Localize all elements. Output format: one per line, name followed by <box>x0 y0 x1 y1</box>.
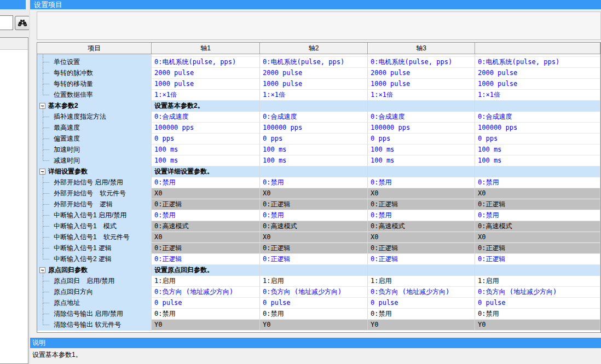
value-cell: 0:高速模式 <box>475 221 600 232</box>
section-description-cell: 设置原点回归参数。 <box>152 265 260 276</box>
value-cell: X0 <box>260 232 368 243</box>
value-cell[interactable]: 0:负方向 (地址减少方向) <box>475 287 600 298</box>
value-cell[interactable]: 0 pps <box>368 134 475 145</box>
table-row: 外部开始信号 软元件号X0X0X0X0 <box>37 188 600 199</box>
value-cell[interactable]: 1:×1倍 <box>152 90 260 101</box>
value-cell[interactable]: 0:负方向 (地址减少方向) <box>152 287 260 298</box>
value-cell[interactable]: 0:电机系统(pulse, pps) <box>368 57 475 68</box>
description-title: 说明 <box>32 339 45 346</box>
value-cell[interactable]: 0 pps <box>475 134 600 145</box>
value-cell[interactable]: 1:×1倍 <box>260 90 368 101</box>
find-button[interactable] <box>15 16 30 30</box>
value-cell[interactable]: 1:×1倍 <box>475 90 600 101</box>
value-cell[interactable]: 100 ms <box>475 145 600 155</box>
value-cell[interactable]: 1:启用 <box>260 276 368 287</box>
value-cell[interactable]: 1:启用 <box>152 276 260 287</box>
description-titlebar[interactable]: 说明 <box>30 338 601 348</box>
value-cell[interactable]: 100 ms <box>368 145 475 155</box>
value-cell[interactable]: 0 pulse <box>475 298 600 309</box>
value-cell[interactable]: 0:禁用 <box>260 210 368 221</box>
value-cell[interactable]: 100 ms <box>152 145 260 155</box>
value-cell[interactable]: 100 ms <box>368 155 475 166</box>
value-cell[interactable]: 100 ms <box>260 145 368 155</box>
value-cell[interactable]: 0:禁用 <box>368 177 475 188</box>
value-cell[interactable]: 0:禁用 <box>475 177 600 188</box>
value-cell[interactable]: 2000 pulse <box>152 68 260 79</box>
value-cell[interactable]: 1:启用 <box>475 276 600 287</box>
value-cell: 0:高速模式 <box>368 221 475 232</box>
value-cell[interactable]: 0:合成速度 <box>368 112 475 123</box>
value-cell[interactable]: 2000 pulse <box>260 68 368 79</box>
value-cell[interactable]: 100000 pps <box>260 123 368 134</box>
value-cell[interactable]: 0:电机系统(pulse, pps) <box>152 57 260 68</box>
value-cell[interactable]: 1000 pulse <box>260 79 368 90</box>
panel-titlebar[interactable]: 设置项目 <box>30 0 601 9</box>
value-cell[interactable]: 0:禁用 <box>260 177 368 188</box>
blank-cell <box>368 101 475 112</box>
value-cell[interactable]: 0:禁用 <box>368 210 475 221</box>
tree-line <box>43 194 43 199</box>
value-cell[interactable]: 0:禁用 <box>152 210 260 221</box>
value-cell[interactable]: 0:正逻辑 <box>368 254 475 265</box>
value-cell[interactable]: 0:禁用 <box>475 210 600 221</box>
value-cell[interactable]: 100 ms <box>475 155 600 166</box>
value-cell[interactable]: 1:×1倍 <box>368 90 475 101</box>
table-row: 原点回归方向0:负方向 (地址减少方向)0:负方向 (地址减少方向)0:负方向 … <box>37 287 600 298</box>
value-cell[interactable]: 0:禁用 <box>368 309 475 320</box>
value-cell: X0 <box>368 188 475 199</box>
value-cell[interactable]: 0:禁用 <box>260 309 368 320</box>
value-cell[interactable]: 100 ms <box>152 155 260 166</box>
blank-cell <box>475 166 600 177</box>
item-label: 每转的脉冲数 <box>54 68 93 78</box>
value-cell[interactable]: 0:正逻辑 <box>475 254 600 265</box>
blank-cell <box>368 166 475 177</box>
value-cell[interactable]: 0:正逻辑 <box>260 254 368 265</box>
value-cell[interactable]: 0 pulse <box>260 298 368 309</box>
value-cell[interactable]: 1000 pulse <box>152 79 260 90</box>
tree-branch-icon <box>43 123 49 128</box>
item-label: 偏置速度 <box>54 134 80 144</box>
item-cell: 最高速度 <box>37 123 152 134</box>
item-label: 中断输入信号1 软元件号 <box>54 232 130 242</box>
search-input[interactable] <box>0 15 13 30</box>
value-cell[interactable]: 1:启用 <box>368 276 475 287</box>
value-cell: 0:正逻辑 <box>475 243 600 254</box>
value-cell[interactable]: 0:负方向 (地址减少方向) <box>368 287 475 298</box>
table-row: 原点回归 启用/禁用1:启用1:启用1:启用1:启用 <box>37 276 600 287</box>
value-cell: 0:正逻辑 <box>368 243 475 254</box>
item-label: 中断输入信号1 模式 <box>54 221 117 232</box>
table-row: 清除信号输出 软元件号Y0Y0Y0Y0 <box>37 320 600 331</box>
item-cell: 外部开始信号 启用/禁用 <box>37 177 152 188</box>
blank-cell <box>475 101 600 112</box>
value-cell[interactable]: 0:合成速度 <box>152 112 260 123</box>
value-cell[interactable]: 0:合成速度 <box>475 112 600 123</box>
value-cell[interactable]: 0 pulse <box>152 298 260 309</box>
value-cell[interactable]: 0:禁用 <box>475 309 600 320</box>
value-cell[interactable]: 2000 pulse <box>475 68 600 79</box>
tree-line <box>43 73 43 79</box>
value-cell[interactable]: 100000 pps <box>152 123 260 134</box>
value-cell[interactable]: 1000 pulse <box>475 79 600 90</box>
value-cell[interactable]: 1000 pulse <box>368 79 475 90</box>
value-cell[interactable]: 0:电机系统(pulse, pps) <box>475 57 600 68</box>
value-cell[interactable]: 0:合成速度 <box>260 112 368 123</box>
value-cell[interactable]: 0 pps <box>152 134 260 145</box>
value-cell[interactable]: 100000 pps <box>475 123 600 134</box>
item-cell: 每转的移动量 <box>37 79 152 90</box>
value-cell: X0 <box>368 232 475 243</box>
value-cell[interactable]: 0:电机系统(pulse, pps) <box>260 57 368 68</box>
tree-branch-icon <box>43 309 49 314</box>
value-cell[interactable]: 0:禁用 <box>152 177 260 188</box>
value-cell[interactable]: 0 pps <box>260 134 368 145</box>
value-cell: 0:正逻辑 <box>152 199 260 210</box>
value-cell[interactable]: 0:负方向 (地址减少方向) <box>260 287 368 298</box>
tree-line <box>43 84 43 90</box>
value-cell[interactable]: 0:正逻辑 <box>152 254 260 265</box>
tree-line <box>43 292 43 298</box>
value-cell[interactable]: 100000 pps <box>368 123 475 134</box>
value-cell[interactable]: 0 pulse <box>368 298 475 309</box>
value-cell[interactable]: 2000 pulse <box>368 68 475 79</box>
value-cell[interactable]: 0:禁用 <box>152 309 260 320</box>
value-cell[interactable]: 100 ms <box>260 155 368 166</box>
tree-line <box>43 303 43 309</box>
